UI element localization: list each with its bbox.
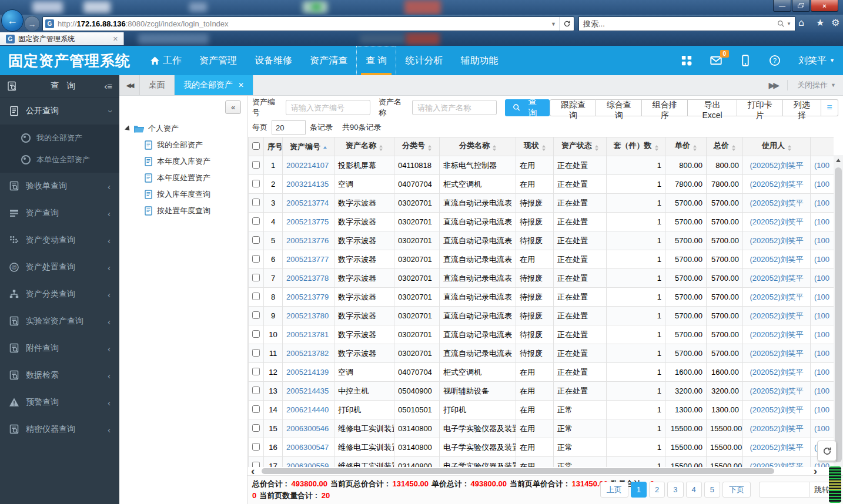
user-link[interactable]: (100 [814,387,829,395]
user-link[interactable]: (202052)刘笑平 [750,293,803,301]
row-checkbox[interactable] [252,349,260,357]
row-checkbox[interactable] [252,443,260,451]
sort-icon[interactable] [732,143,735,153]
asset-no-input[interactable] [286,100,370,115]
row-checkbox[interactable] [252,387,260,394]
user-link[interactable]: (100 [814,311,829,320]
user-link[interactable]: (100 [814,330,829,339]
settings-gear-icon[interactable]: ⚙ [831,17,839,28]
tree-collapse-button[interactable]: « [225,100,241,114]
page-button-4[interactable]: 4 [686,482,702,498]
user-link[interactable]: (202052)刘笑平 [750,180,803,189]
address-bar[interactable]: G http://172.16.88.136:8080/zcgl/index/l… [42,16,574,31]
tree-root-personal-assets[interactable]: 个人资产 [125,120,245,137]
asset-no-link[interactable]: 2005213779 [286,293,329,301]
page-button-1[interactable]: 1 [631,482,647,498]
user-link[interactable]: (100 [814,199,829,207]
page-button-5[interactable]: 5 [704,482,720,498]
sidebar-item-4[interactable]: @资产处置查询‹ [0,254,119,281]
user-link[interactable]: (100 [814,161,829,170]
sort-icon[interactable] [693,143,697,153]
search-icon[interactable]: ▼ [777,20,795,28]
user-link[interactable]: (100 [814,274,829,283]
user-link[interactable]: (202052)刘笑平 [750,199,803,207]
user-link[interactable]: (202052)刘笑平 [750,424,803,433]
more-actions-menu-icon[interactable]: ≡ [821,99,838,116]
row-checkbox[interactable] [252,236,260,244]
user-link[interactable]: (100 [814,236,829,245]
row-checkbox[interactable] [252,311,260,319]
user-link[interactable]: (202052)刘笑平 [750,349,803,358]
col-header-2[interactable]: 资产名称 [334,137,394,156]
asset-no-link[interactable]: 2006214440 [286,405,329,414]
user-link[interactable]: (202052)刘笑平 [750,330,803,339]
sidebar-collapse-icon[interactable]: ‹≡ [104,81,112,91]
sort-asc-icon[interactable] [323,145,327,150]
col-header-10[interactable]: 使用人 [743,137,811,156]
sort-icon[interactable] [493,143,496,153]
favorites-star-icon[interactable]: ★ [816,17,824,28]
select-all-checkbox[interactable] [252,142,260,150]
action-button-1[interactable]: 综合查询 [596,99,642,116]
col-header-3[interactable]: 分类号 [394,137,440,156]
asset-no-link[interactable]: 2003214135 [286,180,329,189]
row-checkbox[interactable] [252,199,260,206]
tab-close-icon[interactable]: ✕ [111,35,120,43]
window-close-button[interactable]: × [811,0,838,12]
col-header-11[interactable] [811,137,834,156]
col-header-6[interactable]: 资产状态 [554,137,607,156]
row-checkbox[interactable] [252,161,260,169]
window-minimize-button[interactable]: — [773,0,791,12]
action-button-3[interactable]: 导出Excel [688,99,737,116]
row-checkbox[interactable] [252,330,260,338]
mobile-icon[interactable] [740,55,751,66]
row-checkbox[interactable] [252,405,260,413]
scroll-left-arrow[interactable]: ‹ [251,468,255,474]
user-link[interactable]: (202052)刘笑平 [750,161,803,170]
user-link[interactable]: (202052)刘笑平 [750,368,803,377]
user-menu[interactable]: 刘笑平 ▼ [798,55,835,67]
workspace-tab-1[interactable]: 我的全部资产✕ [175,75,253,95]
sidebar-item-3[interactable]: 资产变动查询‹ [0,227,119,254]
tab-close-icon[interactable]: ✕ [238,81,244,89]
asset-no-link[interactable]: 2005213778 [286,274,329,283]
tabs-scroll-right-icon[interactable]: ▶▶ [760,80,788,90]
apps-grid-icon[interactable] [681,55,693,66]
user-link[interactable]: (202052)刘笑平 [750,405,803,414]
tree-item-4[interactable]: 按处置年度查询 [125,203,245,219]
asset-name-input[interactable] [412,100,497,115]
nav-item-2[interactable]: 设备维修 [246,46,301,75]
col-header-5[interactable]: 现状 [516,137,554,156]
tree-item-0[interactable]: 我的全部资产 [125,137,245,153]
user-link[interactable]: (202052)刘笑平 [750,387,803,395]
asset-no-link[interactable]: 2002214107 [286,161,329,170]
user-link[interactable]: (202052)刘笑平 [750,311,803,320]
sort-icon[interactable] [655,143,658,153]
user-link[interactable]: (100 [814,293,829,301]
action-button-2[interactable]: 组合排序 [642,99,688,116]
row-checkbox[interactable] [252,293,260,300]
nav-item-4[interactable]: 查 询 [356,46,396,75]
nav-item-3[interactable]: 资产清查 [301,46,356,75]
sidebar-item-9[interactable]: 预警查询‹ [0,389,119,416]
browser-forward-button[interactable]: → [24,16,40,32]
refresh-icon[interactable] [559,17,574,31]
sort-icon[interactable] [428,143,431,153]
sidebar-item-10[interactable]: 精密仪器查询‹ [0,416,119,443]
sidebar-item-1[interactable]: 验收单查询‹ [0,173,119,200]
col-header-8[interactable]: 单价 [665,137,707,156]
asset-no-link[interactable]: 2005214435 [286,387,329,395]
row-checkbox[interactable] [252,424,260,432]
tree-item-1[interactable]: 本年度入库资产 [125,153,245,170]
nav-item-6[interactable]: 辅助功能 [451,46,507,75]
per-page-input[interactable] [272,120,306,135]
tabs-scroll-left-button[interactable]: ◀◀ [119,75,140,95]
user-link[interactable]: (202052)刘笑平 [750,255,803,264]
action-button-5[interactable]: 列选择 [783,99,821,116]
sort-icon[interactable] [379,143,383,153]
user-link[interactable]: (100 [814,405,829,414]
sidebar-item-6[interactable]: 实验室资产查询‹ [0,308,119,335]
vertical-scrollbar[interactable] [834,155,843,467]
col-header-1[interactable]: 资产编号 [283,137,334,156]
sidebar-subitem-0[interactable]: 我的全部资产 [0,127,119,149]
